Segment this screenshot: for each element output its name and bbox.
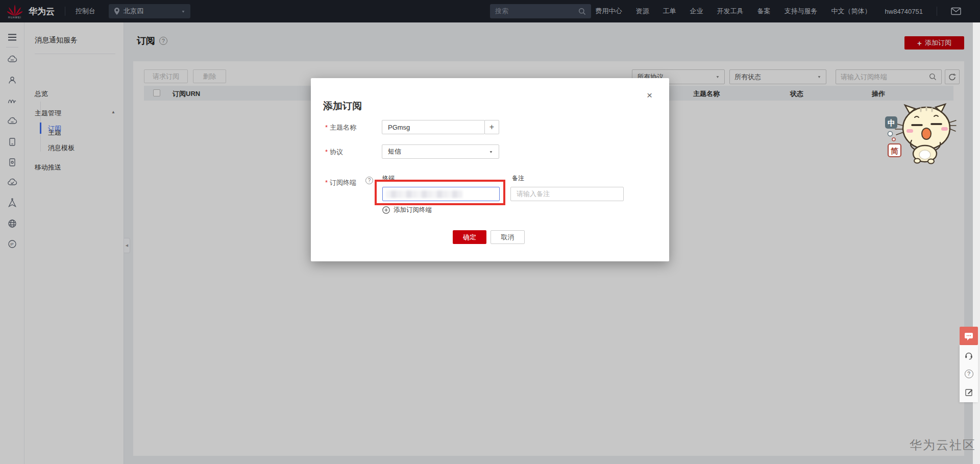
cat-illustration [895,104,956,164]
modal-title: 添加订阅 [323,100,362,113]
help-button[interactable]: ? [964,369,974,379]
chevron-down-icon: ▼ [489,150,493,154]
protocol-label: *协议 [325,148,343,157]
close-icon[interactable]: × [647,90,652,100]
ime-mascot-sticker: 中 简 [884,101,957,167]
help-icon: ? [965,370,973,378]
ime-badge-cn: 中 [888,118,895,127]
support-headset-button[interactable] [964,350,974,360]
ok-button[interactable]: 确定 [453,230,486,244]
required-marker: * [325,124,328,131]
help-toolbar-panel: ? [960,345,978,402]
circle-plus-icon [382,206,390,214]
feedback-button[interactable] [960,327,978,345]
ime-badges: 中 简 [885,116,901,157]
endpoint-help-icon[interactable]: ? [365,177,373,184]
headset-icon [964,351,973,360]
chat-bubble-icon [964,331,974,341]
endpoint-label: *订阅终端 [325,178,356,187]
edit-icon [965,388,973,397]
protocol-select[interactable]: 短信 ▼ [382,144,499,159]
topic-name-label: *主题名称 [325,123,356,132]
required-marker: * [325,148,328,156]
community-watermark: 华为云社区 [910,437,976,453]
floating-side-toolbar: ? [960,327,978,402]
add-subscription-modal: 添加订阅 × *主题名称 PGmsg + *协议 短信 ▼ *订阅终端 ? 终端… [311,78,669,261]
cancel-button[interactable]: 取消 [491,230,525,244]
remark-input[interactable]: 请输入备注 [510,187,624,201]
topic-name-input[interactable]: PGmsg [382,120,485,134]
remark-column-label: 备注 [512,174,524,183]
add-topic-button[interactable]: + [484,120,499,134]
plus-icon: + [489,123,494,132]
add-endpoint-link[interactable]: 添加订阅终端 [382,206,432,214]
ime-badge-simplified: 简 [890,146,898,155]
annotation-highlight-box [375,180,505,205]
required-marker: * [325,179,328,186]
feedback-edit-button[interactable] [964,387,974,397]
